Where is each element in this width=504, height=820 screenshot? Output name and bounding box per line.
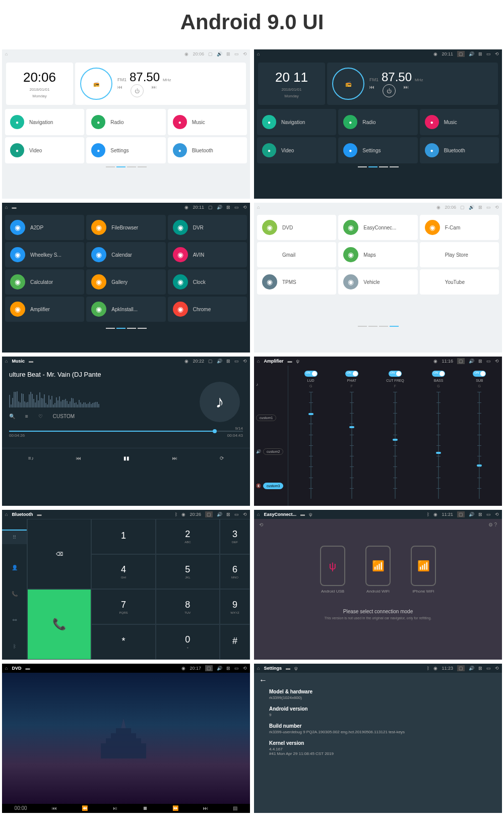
radio-card[interactable]: 📻 FM1 87.50 MHz ⏮ ⏻ ⏭: [327, 63, 498, 105]
preset-1[interactable]: custom1: [256, 415, 276, 421]
home-icon[interactable]: ⌂: [5, 359, 8, 364]
volume-icon[interactable]: 🔊: [217, 205, 222, 210]
windows-icon[interactable]: ▭: [486, 205, 491, 210]
tile-navigation[interactable]: ●Navigation: [5, 109, 84, 135]
rewind-icon[interactable]: ⏪: [82, 805, 88, 811]
camera-icon[interactable]: ▢: [208, 359, 213, 364]
key-1[interactable]: 1: [91, 519, 155, 554]
skip-fwd-icon[interactable]: ⏭: [203, 805, 208, 811]
tile-settings[interactable]: ●Settings: [86, 137, 165, 163]
app-item[interactable]: ◉Amplifier: [5, 297, 84, 322]
app-item[interactable]: ◉TPMS: [257, 269, 336, 295]
seek-bar[interactable]: [9, 431, 243, 432]
app-item[interactable]: ◉A2DP: [5, 215, 84, 240]
camera-icon[interactable]: ▢: [205, 665, 213, 671]
volume-icon[interactable]: 🔊: [217, 512, 222, 517]
heart-icon[interactable]: ♡: [38, 414, 43, 419]
camera-icon[interactable]: ▢: [457, 511, 465, 517]
key-0[interactable]: 0+: [156, 624, 220, 660]
search-icon[interactable]: 🔍: [9, 414, 15, 419]
app-item[interactable]: ◉Gallery: [86, 269, 165, 295]
volume-icon[interactable]: 🔊: [469, 359, 474, 364]
close-icon[interactable]: ⊠: [478, 666, 482, 671]
next-track-icon[interactable]: ⏭: [172, 455, 177, 461]
app-item[interactable]: ◉ApkInstall...: [86, 297, 165, 322]
app-item[interactable]: ◉F-Cam: [420, 215, 499, 240]
app-item[interactable]: ◉Chrome: [168, 297, 247, 322]
prev-track-icon[interactable]: ⏮: [76, 455, 81, 461]
back-icon[interactable]: ⟲: [495, 666, 499, 671]
key-5[interactable]: 5JKL: [156, 554, 220, 590]
bt-tab[interactable]: ᛒ: [13, 643, 16, 649]
close-icon[interactable]: ⊠: [478, 51, 482, 56]
slider-bass[interactable]: ONBASSG: [432, 371, 445, 501]
tile-bluetooth[interactable]: ●Bluetooth: [420, 137, 499, 163]
setting-item[interactable]: Build numberrk3399-userdebug 9 PQ2A.1903…: [269, 723, 497, 734]
slider-phat[interactable]: ONPHATF: [345, 371, 358, 501]
camera-icon[interactable]: ▢: [457, 665, 465, 671]
key-3[interactable]: 3DEF: [220, 519, 250, 554]
key-7[interactable]: 7PQRS: [91, 589, 155, 624]
preset-3[interactable]: custom3: [263, 483, 283, 489]
stop-icon[interactable]: ⏹: [143, 805, 148, 811]
windows-icon[interactable]: ▭: [486, 359, 491, 364]
back-icon[interactable]: ⟲: [243, 666, 247, 671]
key-call[interactable]: 📞: [27, 589, 91, 659]
slider-sub[interactable]: ONSUBG: [473, 371, 486, 501]
close-icon[interactable]: ⊠: [226, 359, 230, 364]
back-icon[interactable]: ⟲: [495, 51, 499, 56]
camera-icon[interactable]: ▢: [457, 51, 465, 57]
home-icon[interactable]: ⌂: [257, 666, 260, 671]
volume-icon[interactable]: 🔊: [217, 359, 222, 364]
next-icon[interactable]: ⏭: [404, 84, 409, 97]
skip-back-icon[interactable]: ⏮: [52, 805, 57, 811]
app-item[interactable]: ◉Clock: [168, 269, 247, 295]
tile-navigation[interactable]: ●Navigation: [257, 109, 336, 135]
calls-tab[interactable]: 📞: [12, 591, 18, 597]
windows-icon[interactable]: ▭: [234, 666, 239, 671]
app-item[interactable]: ◉EasyConnec...: [338, 215, 417, 240]
home-icon[interactable]: ⌂: [5, 205, 8, 210]
home-icon[interactable]: ⌂: [257, 51, 260, 56]
contacts-tab[interactable]: 👤: [12, 565, 18, 570]
setting-item[interactable]: Model & hardwarerk3399(1024x600): [269, 689, 497, 700]
app-item[interactable]: ◉Wheelkey S...: [5, 242, 84, 267]
volume-icon[interactable]: 🔊: [469, 51, 474, 56]
volume-icon[interactable]: 🔊: [217, 666, 222, 671]
camera-icon[interactable]: ▢: [457, 358, 465, 364]
windows-icon[interactable]: ▭: [486, 51, 491, 56]
android-usb-option[interactable]: ψ: [320, 546, 345, 586]
setting-item[interactable]: Kernel version4.4.167#41 Mon Apr 29 11:0…: [269, 740, 497, 756]
windows-icon[interactable]: ▭: [486, 512, 491, 517]
video-area[interactable]: [2, 673, 250, 804]
back-icon[interactable]: ⟲: [495, 512, 499, 517]
clock-card[interactable]: 20 11 2018/01/01 Monday: [258, 63, 325, 105]
custom-label[interactable]: CUSTOM: [53, 414, 75, 419]
back-icon[interactable]: ⟲: [243, 512, 247, 517]
app-item[interactable]: ◉Vehicle: [338, 269, 417, 295]
windows-icon[interactable]: ▭: [486, 666, 491, 671]
camera-icon[interactable]: ▢: [205, 511, 213, 517]
dialpad-tab[interactable]: ⠿: [2, 530, 27, 544]
windows-icon[interactable]: ▭: [234, 359, 239, 364]
playlist-icon[interactable]: ≡♪: [28, 455, 34, 461]
pair-tab[interactable]: ⚯: [13, 617, 17, 623]
back-icon[interactable]: ⟲: [495, 359, 499, 364]
back-icon[interactable]: ⟲: [243, 205, 247, 210]
home-icon[interactable]: ⌂: [257, 205, 260, 210]
preset-2[interactable]: custom2: [263, 448, 283, 455]
home-icon[interactable]: ⌂: [5, 512, 8, 517]
back-icon[interactable]: ⟲: [243, 359, 247, 364]
tile-bluetooth[interactable]: ●Bluetooth: [168, 137, 247, 163]
prev-icon[interactable]: ⏮: [369, 84, 374, 97]
repeat-icon[interactable]: ⟳: [220, 455, 224, 461]
app-item[interactable]: ◉YouTube: [420, 269, 499, 295]
volume-icon[interactable]: 🔊: [469, 205, 474, 210]
key-*[interactable]: *: [91, 624, 155, 660]
close-icon[interactable]: ⊠: [226, 51, 230, 56]
app-item[interactable]: ◉DVR: [168, 215, 247, 240]
tile-music[interactable]: ●Music: [168, 109, 247, 135]
camera-icon[interactable]: ▢: [208, 205, 213, 210]
key-4[interactable]: 4GHI: [91, 554, 155, 590]
close-icon[interactable]: ⊠: [226, 666, 230, 671]
